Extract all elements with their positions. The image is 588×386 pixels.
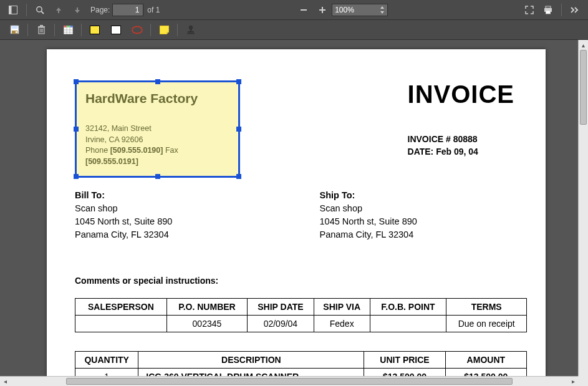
comments-label: Comments or special instructions: (75, 276, 527, 286)
presentation-button[interactable] (523, 3, 536, 17)
cell-fob-point (370, 316, 446, 332)
highlight-icon (90, 26, 100, 34)
highlight-tool-button[interactable] (88, 23, 102, 37)
table-header-row: QUANTITY DESCRIPTION UNIT PRICE AMOUNT (75, 352, 527, 369)
resize-handle[interactable] (74, 174, 79, 179)
document-viewport: HardWare Factory 32142, Main Street Irvi… (0, 40, 588, 386)
fullscreen-icon (525, 6, 534, 14)
svg-rect-23 (70, 26, 73, 27)
horizontal-scrollbar[interactable]: ◂ ▸ (0, 376, 578, 386)
toggle-sidebar-button[interactable] (6, 3, 20, 17)
save-button[interactable] (7, 23, 21, 37)
grid-tool-button[interactable] (61, 23, 75, 37)
ellipse-tool-button[interactable] (130, 23, 144, 37)
shipping-table: SALESPERSON P.O. NUMBER SHIP DATE SHIP V… (75, 298, 527, 332)
rectangle-tool-button[interactable] (109, 23, 123, 37)
svg-rect-15 (38, 26, 45, 27)
tools-button[interactable] (568, 3, 582, 17)
company-addr-line2: Irvine, CA 92606 (85, 135, 227, 146)
company-address: 32142, Main Street Irvine, CA 92606 Phon… (85, 123, 227, 167)
svg-rect-7 (546, 6, 551, 8)
separator (81, 24, 82, 36)
resize-handle[interactable] (236, 127, 241, 132)
cell-po-number: 002345 (166, 316, 247, 332)
page-down-button[interactable] (70, 3, 84, 17)
page-label: Page: (90, 6, 110, 14)
company-addr-line1: 32142, Main Street (85, 123, 227, 135)
cell-terms: Due on receipt (446, 316, 527, 332)
col-ship-date: SHIP DATE (248, 299, 314, 316)
col-po-number: P.O. NUMBER (166, 299, 247, 316)
company-info-annotation[interactable]: HardWare Factory 32142, Main Street Irvi… (75, 80, 240, 178)
zoom-select[interactable]: 100% (332, 4, 388, 16)
spinner-icon (380, 6, 385, 14)
scroll-right-arrow[interactable]: ▸ (568, 378, 578, 385)
cell-ship-date: 02/09/04 (248, 316, 314, 332)
scroll-thumb[interactable] (580, 50, 587, 125)
stamp-icon (186, 25, 195, 34)
bill-to-line2: Panama City, FL 32304 (75, 228, 282, 241)
scroll-left-arrow[interactable]: ◂ (0, 378, 10, 385)
svg-rect-6 (322, 7, 323, 13)
resize-handle[interactable] (155, 174, 160, 179)
ship-to-name: Scan shop (320, 202, 528, 215)
col-ship-via: SHIP VIA (314, 299, 370, 316)
zoom-out-button[interactable] (297, 3, 311, 17)
arrow-down-icon (74, 6, 81, 14)
page-canvas: HardWare Factory 32142, Main Street Irvi… (47, 49, 546, 386)
ship-to-line1: 1045 North st, Suite 890 (320, 215, 528, 228)
stamp-button[interactable] (184, 23, 198, 37)
col-quantity: QUANTITY (75, 352, 138, 369)
resize-handle[interactable] (74, 79, 79, 84)
delete-button[interactable] (34, 23, 48, 37)
invoice-title: INVOICE (408, 80, 514, 109)
resize-handle[interactable] (236, 79, 241, 84)
separator (561, 4, 562, 16)
resize-handle[interactable] (155, 79, 160, 84)
svg-point-28 (132, 26, 142, 33)
page-total: of 1 (147, 6, 160, 14)
svg-rect-22 (67, 26, 70, 27)
resize-handle[interactable] (74, 127, 79, 132)
plus-icon (319, 6, 326, 14)
col-fob-point: F.O.B. POINT (370, 299, 446, 316)
scroll-up-arrow[interactable]: ▴ (579, 40, 588, 50)
resize-handle[interactable] (236, 174, 241, 179)
vertical-scrollbar[interactable]: ▴ ▾ (578, 40, 588, 386)
svg-rect-32 (187, 33, 195, 34)
svg-rect-31 (188, 31, 194, 33)
col-description: DESCRIPTION (138, 352, 364, 369)
separator (26, 4, 27, 16)
separator (54, 24, 55, 36)
svg-rect-11 (12, 26, 17, 29)
scroll-thumb[interactable] (66, 378, 513, 385)
cell-ship-via: Fedex (314, 316, 370, 332)
bill-to-line1: 1045 North st, Suite 890 (75, 215, 282, 228)
col-terms: TERMS (446, 299, 527, 316)
sticky-note-button[interactable] (157, 23, 171, 37)
zoom-in-button[interactable] (316, 3, 329, 17)
find-button[interactable] (33, 3, 47, 17)
search-icon (36, 6, 44, 14)
print-button[interactable] (541, 3, 555, 17)
invoice-meta: INVOICE # 80888 DATE: Feb 09, 04 (408, 133, 514, 158)
save-icon (10, 25, 19, 34)
col-unit-price: UNIT PRICE (364, 352, 445, 369)
separator (150, 24, 151, 36)
invoice-document: HardWare Factory 32142, Main Street Irvi… (47, 49, 546, 386)
ship-to-label: Ship To: (320, 189, 528, 202)
svg-rect-9 (546, 11, 551, 14)
ship-to-line2: Panama City, FL 32304 (320, 228, 528, 241)
page-up-button[interactable] (52, 3, 65, 17)
ship-to-block: Ship To: Scan shop 1045 North st, Suite … (320, 189, 528, 241)
sticky-note-icon (160, 26, 169, 34)
rectangle-icon (111, 26, 121, 34)
page-number-input[interactable] (112, 4, 143, 16)
col-salesperson: SALESPERSON (75, 299, 167, 316)
separator (27, 24, 28, 36)
scrollbar-corner (578, 376, 588, 386)
annotation-toolbar (0, 20, 588, 40)
company-name: HardWare Factory (85, 91, 227, 106)
svg-point-2 (37, 6, 42, 11)
sidebar-icon (9, 6, 17, 14)
